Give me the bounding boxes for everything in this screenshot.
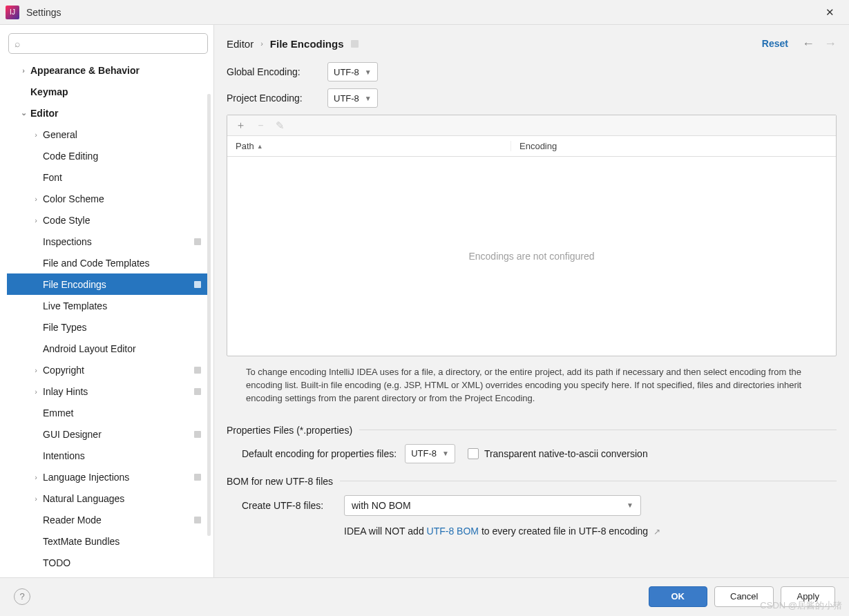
properties-section-header: Properties Files (*.properties) <box>227 425 837 436</box>
scope-badge-icon <box>194 517 201 523</box>
caret-down-icon: ▼ <box>365 68 372 76</box>
project-encoding-combo[interactable]: UTF-8 ▼ <box>327 88 378 108</box>
tree-item-label: Code Editing <box>43 151 201 162</box>
tree-item-label: Live Templates <box>43 300 201 311</box>
utf8-bom-link[interactable]: UTF-8 BOM <box>427 526 479 537</box>
col-encoding[interactable]: Encoding <box>511 141 836 151</box>
help-button[interactable]: ? <box>14 588 30 605</box>
search-icon: ⌕ <box>15 38 20 49</box>
tree-item[interactable]: TODO <box>7 552 211 570</box>
transparent-ascii-checkbox[interactable]: Transparent native-to-ascii conversion <box>468 448 648 459</box>
window-title: Settings <box>26 7 819 18</box>
tree-item-label: Android Layout Editor <box>43 343 201 354</box>
properties-encoding-row: Default encoding for properties files: U… <box>227 444 837 463</box>
chevron-right-icon: › <box>29 473 43 481</box>
forward-icon: → <box>824 37 837 51</box>
tree-item-label: TODO <box>43 557 201 568</box>
search-input[interactable] <box>23 39 202 49</box>
tree-item-label: TextMate Bundles <box>43 536 201 547</box>
tree-item[interactable]: ›Code Style <box>7 209 211 231</box>
tree-item[interactable]: Live Templates <box>7 295 211 316</box>
combo-value: UTF-8 <box>411 448 437 459</box>
tree-item[interactable]: ›Natural Languages <box>7 488 211 509</box>
title-bar: IJ Settings ✕ <box>0 0 849 25</box>
bom-combo[interactable]: with NO BOM ▼ <box>344 495 641 516</box>
cancel-button[interactable]: Cancel <box>714 586 774 607</box>
tree-item-label: Color Scheme <box>43 193 201 204</box>
content-area: Global Encoding: UTF-8 ▼ Project Encodin… <box>214 62 849 577</box>
tree-item[interactable]: Keymap <box>7 81 211 102</box>
breadcrumb-leaf: File Encodings <box>270 38 344 50</box>
apply-button[interactable]: Apply <box>781 586 835 607</box>
bom-note-post: to every created file in UTF-8 encoding <box>479 526 648 537</box>
caret-down-icon: ▼ <box>627 501 633 509</box>
tree-item-label: Appearance & Behavior <box>30 65 201 76</box>
back-icon[interactable]: ← <box>802 37 814 51</box>
caret-down-icon: ▼ <box>365 95 372 102</box>
reset-link[interactable]: Reset <box>762 38 788 49</box>
dialog-button-bar: ? OK Cancel Apply <box>0 577 849 615</box>
tree-item-label: Keymap <box>30 86 201 97</box>
encodings-table-box: ＋ － ✎ Path ▲ Encoding Encodings are not … <box>227 115 837 356</box>
tree-item-label: File Encodings <box>43 279 194 290</box>
combo-value: UTF-8 <box>334 93 359 104</box>
tree-item[interactable]: TextMate Bundles <box>7 530 211 552</box>
tree-item[interactable]: ›General <box>7 124 211 145</box>
external-link-icon: ↗ <box>654 527 660 537</box>
tree-item-label: Inlay Hints <box>43 386 194 397</box>
tree-item[interactable]: ›Copyright <box>7 359 211 381</box>
settings-tree[interactable]: ›Appearance & BehaviorKeymap⌄Editor›Gene… <box>7 59 211 570</box>
tree-item[interactable]: Inspections <box>7 231 211 252</box>
tree-item[interactable]: Code Editing <box>7 145 211 166</box>
close-icon[interactable]: ✕ <box>819 3 841 22</box>
tree-item-label: Editor <box>30 108 201 119</box>
ok-button[interactable]: OK <box>649 586 708 607</box>
col-path[interactable]: Path ▲ <box>227 141 511 151</box>
tree-item-label: Intentions <box>43 450 201 461</box>
scrollbar[interactable] <box>207 94 211 536</box>
chevron-down-icon: ⌄ <box>17 108 30 117</box>
breadcrumb-root[interactable]: Editor <box>227 38 254 50</box>
combo-value: UTF-8 <box>334 67 359 77</box>
tree-item-label: File Types <box>43 322 201 333</box>
chevron-right-icon: › <box>29 131 43 139</box>
chevron-right-icon: › <box>29 494 43 503</box>
tree-item-label: Inspections <box>43 236 194 247</box>
settings-search[interactable]: ⌕ <box>8 33 208 54</box>
tree-item[interactable]: ›Inlay Hints <box>7 381 211 402</box>
tree-item[interactable]: Font <box>7 166 211 188</box>
tree-item-label: GUI Designer <box>43 429 194 440</box>
project-encoding-row: Project Encoding: UTF-8 ▼ <box>227 88 837 108</box>
tree-item[interactable]: Emmet <box>7 402 211 423</box>
tree-item[interactable]: ›Color Scheme <box>7 188 211 209</box>
table-header: Path ▲ Encoding <box>227 136 836 157</box>
main-layout: ⌕ ›Appearance & BehaviorKeymap⌄Editor›Ge… <box>0 25 849 577</box>
chevron-right-icon: › <box>29 387 43 396</box>
section-title: Properties Files (*.properties) <box>227 425 352 436</box>
tree-item[interactable]: File and Code Templates <box>7 252 211 273</box>
bom-section-header: BOM for new UTF-8 files <box>227 476 837 487</box>
properties-encoding-combo[interactable]: UTF-8 ▼ <box>405 444 455 463</box>
tree-item[interactable]: ⌄Editor <box>7 102 211 124</box>
tree-item[interactable]: File Types <box>7 316 211 338</box>
tree-item[interactable]: ›Language Injections <box>7 466 211 488</box>
tree-item-label: Copyright <box>43 365 194 376</box>
tree-item[interactable]: Reader Mode <box>7 509 211 530</box>
tree-item[interactable]: Intentions <box>7 445 211 466</box>
tree-item[interactable]: File Encodings <box>7 273 211 295</box>
app-icon: IJ <box>6 6 19 19</box>
tree-item[interactable]: GUI Designer <box>7 423 211 445</box>
divider <box>340 481 837 481</box>
settings-sidebar: ⌕ ›Appearance & BehaviorKeymap⌄Editor›Ge… <box>0 25 214 577</box>
tree-item-label: Reader Mode <box>43 514 194 526</box>
global-encoding-combo[interactable]: UTF-8 ▼ <box>327 62 378 81</box>
table-empty-text: Encodings are not configured <box>227 157 836 356</box>
encoding-hint: To change encoding IntelliJ IDEA uses fo… <box>227 356 837 412</box>
properties-encoding-label: Default encoding for properties files: <box>242 448 397 459</box>
remove-icon: － <box>256 119 266 132</box>
bom-label: Create UTF-8 files: <box>242 500 344 511</box>
add-icon[interactable]: ＋ <box>236 119 246 132</box>
tree-item[interactable]: ›Appearance & Behavior <box>7 59 211 81</box>
scope-badge-icon <box>194 474 201 481</box>
tree-item[interactable]: Android Layout Editor <box>7 338 211 359</box>
